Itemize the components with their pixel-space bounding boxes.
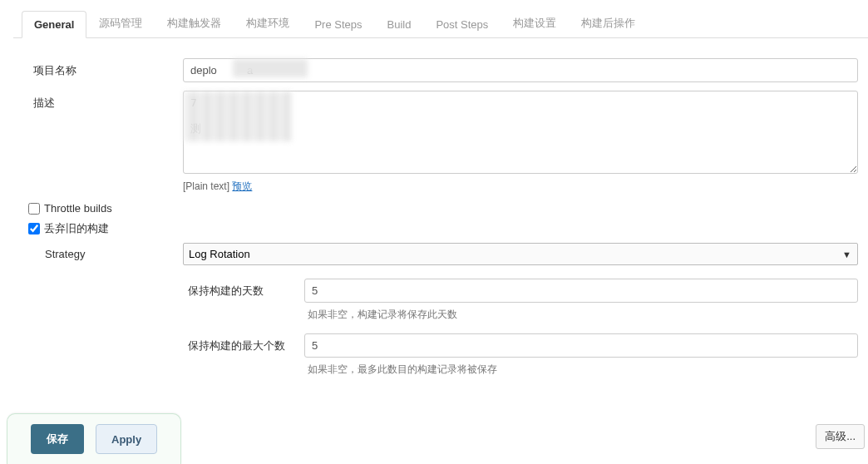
apply-button[interactable]: Apply [96, 424, 157, 454]
keep-days-hint: 如果非空，构建记录将保存此天数 [308, 308, 861, 322]
description-format-label: [Plain text] [183, 180, 229, 192]
footer-actions: 保存 Apply [7, 413, 181, 464]
config-form: 项目名称 描述 7 测 [Plain text] 预览 Throttle bui… [0, 38, 868, 408]
discard-old-builds-checkbox[interactable] [28, 223, 40, 234]
keep-days-input[interactable] [304, 279, 858, 303]
description-preview-link[interactable]: 预览 [232, 180, 252, 192]
keep-max-hint: 如果非空，最多此数目的构建记录将被保存 [308, 363, 861, 377]
tab-post-steps[interactable]: Post Steps [423, 11, 501, 38]
project-name-label: 项目名称 [33, 58, 183, 82]
config-tabs: General 源码管理 构建触发器 构建环境 Pre Steps Build … [13, 8, 868, 38]
tab-post-build[interactable]: 构建后操作 [569, 8, 648, 38]
tab-triggers[interactable]: 构建触发器 [155, 8, 234, 38]
tab-build[interactable]: Build [375, 11, 424, 38]
throttle-builds-checkbox[interactable] [28, 203, 40, 215]
tab-general[interactable]: General [22, 11, 86, 38]
throttle-builds-label: Throttle builds [44, 202, 112, 215]
tab-scm[interactable]: 源码管理 [86, 8, 155, 38]
project-name-input[interactable] [183, 58, 858, 82]
discard-old-builds-label: 丢弃旧的构建 [44, 221, 109, 236]
tab-environment[interactable]: 构建环境 [234, 8, 302, 38]
keep-max-input[interactable] [304, 333, 858, 358]
keep-max-label: 保持构建的最大个数 [188, 333, 304, 353]
description-textarea[interactable]: 7 测 [183, 91, 858, 174]
save-button[interactable]: 保存 [31, 424, 84, 454]
description-label: 描述 [33, 91, 183, 194]
advanced-button[interactable]: 高级... [816, 424, 865, 449]
strategy-label: Strategy [45, 243, 183, 265]
tab-build-settings[interactable]: 构建设置 [501, 8, 569, 38]
keep-days-label: 保持构建的天数 [188, 279, 304, 299]
strategy-select[interactable]: Log Rotation [183, 243, 858, 265]
tab-pre-steps[interactable]: Pre Steps [302, 11, 374, 38]
